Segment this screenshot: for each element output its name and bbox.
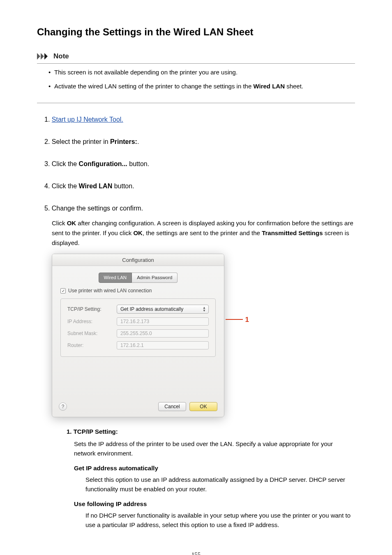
sub-title: TCP/IP Setting:: [67, 428, 118, 435]
router-label: Router:: [67, 342, 117, 349]
sub-list: TCP/IP Setting: Sets the IP address of t…: [67, 427, 355, 530]
callout-number: 1: [245, 314, 249, 325]
step-text: Select the printer in: [52, 138, 110, 145]
step-3: Click the Configuration... button.: [44, 159, 355, 169]
sub-item-1: TCP/IP Setting: Sets the IP address of t…: [67, 427, 355, 530]
step-4: Click the Wired LAN button.: [44, 181, 355, 191]
start-ij-link[interactable]: Start up IJ Network Tool.: [52, 116, 123, 123]
step-5: Change the settings or confirm. Click OK…: [44, 204, 355, 530]
ok-button[interactable]: OK: [189, 402, 217, 411]
step-5-description: Click OK after changing configuration. A…: [52, 218, 355, 248]
configuration-dialog: Configuration Wired LAN Admin Password ✓…: [52, 254, 224, 418]
note-label: Note: [53, 51, 69, 62]
steps-list: Start up IJ Network Tool. Select the pri…: [37, 115, 355, 530]
note-header: Note: [37, 51, 355, 64]
checkbox-label: Use printer with wired LAN connection: [68, 287, 152, 294]
step-text: Click the: [52, 183, 79, 190]
tcpip-panel: TCP/IP Setting: Get IP address automatic…: [60, 298, 216, 357]
option-title: Use following IP address: [74, 500, 355, 509]
note-text: sheet.: [285, 83, 303, 90]
bold-text: Transmitted Settings: [262, 229, 323, 236]
select-value: Get IP address automatically: [120, 305, 183, 313]
step-text: Change the settings or confirm.: [52, 205, 143, 212]
svg-marker-0: [37, 53, 40, 60]
chevrons-icon: [37, 53, 51, 60]
cancel-button[interactable]: Cancel: [158, 402, 186, 411]
desc-text: Click: [52, 220, 67, 227]
dialog-title: Configuration: [52, 254, 224, 266]
help-button[interactable]: ?: [59, 402, 67, 411]
bold-text: Wired LAN: [253, 83, 285, 90]
svg-marker-2: [44, 53, 48, 60]
note-item: This screen is not available depending o…: [48, 68, 353, 77]
option-title: Get IP address automatically: [74, 464, 355, 473]
step-text: .: [137, 138, 139, 145]
router-field: 172.16.2.1: [117, 341, 209, 349]
note-item: Activate the wired LAN setting of the pr…: [48, 82, 353, 91]
step-text: Click the: [52, 160, 79, 167]
subnet-mask-field: 255.255.255.0: [117, 329, 209, 338]
use-printer-checkbox[interactable]: ✓: [60, 288, 66, 294]
step-2: Select the printer in Printers:.: [44, 137, 355, 147]
option-description: If no DHCP server functionality is avail…: [85, 511, 355, 530]
dialog-footer: ? Cancel OK: [52, 399, 224, 417]
ip-address-field: 172.16.2.173: [117, 317, 209, 326]
bold-text: Wired LAN: [79, 183, 113, 190]
select-arrows-icon: ▲▼: [203, 306, 206, 312]
dialog-screenshot: Configuration Wired LAN Admin Password ✓…: [52, 254, 249, 418]
bold-text: Printers:: [110, 138, 137, 145]
tcpip-setting-select[interactable]: Get IP address automatically ▲▼: [117, 305, 209, 314]
step-text: button.: [127, 160, 149, 167]
tcpip-setting-label: TCP/IP Setting:: [67, 305, 117, 313]
bold-text: OK: [133, 229, 143, 236]
ip-address-label: IP Address:: [67, 318, 117, 325]
note-list: This screen is not available depending o…: [37, 68, 355, 103]
sub-description: Sets the IP address of the printer to be…: [74, 439, 355, 458]
dialog-tabs: Wired LAN Admin Password: [60, 273, 216, 283]
option-description: Select this option to use an IP address …: [85, 475, 355, 494]
callout-1: 1: [226, 314, 249, 325]
subnet-mask-label: Subnet Mask:: [67, 330, 117, 337]
step-1: Start up IJ Network Tool.: [44, 115, 355, 125]
page-title: Changing the Settings in the Wired LAN S…: [37, 25, 355, 39]
desc-text: , the settings are sent to the printer a…: [143, 229, 262, 236]
use-printer-checkbox-row: ✓ Use printer with wired LAN connection: [60, 287, 216, 294]
tab-wired-lan[interactable]: Wired LAN: [99, 273, 132, 283]
note-text: Activate the wired LAN setting of the pr…: [54, 83, 253, 90]
bold-text: OK: [67, 220, 76, 227]
callout-line: [226, 319, 243, 320]
page-number: 155: [37, 550, 355, 555]
svg-marker-1: [41, 53, 44, 60]
step-text: button.: [112, 183, 134, 190]
tab-admin-password[interactable]: Admin Password: [132, 273, 178, 283]
bold-text: Configuration...: [79, 160, 127, 167]
